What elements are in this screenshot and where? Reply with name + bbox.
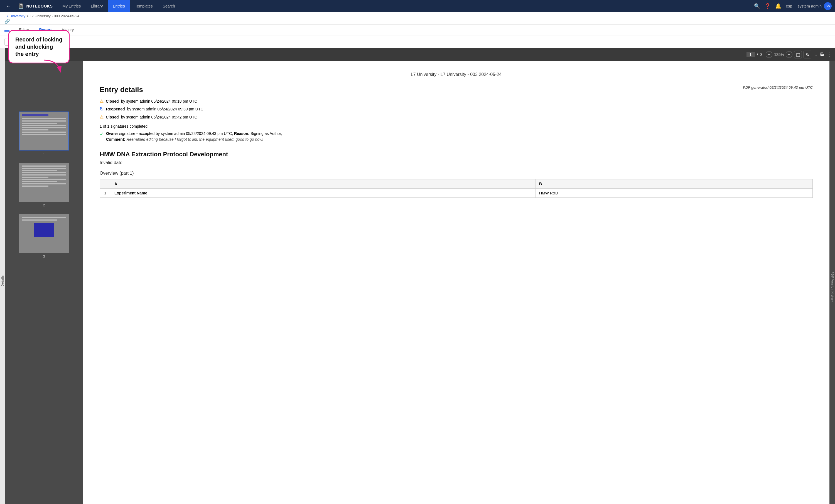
details-sidebar[interactable]: Details <box>0 48 5 504</box>
tabs-bar: Editor Report History <box>0 25 835 36</box>
details-label: Details <box>1 275 4 287</box>
pdf-download-button[interactable]: ↓ <box>815 51 817 58</box>
nav-templates[interactable]: Templates <box>130 0 158 12</box>
pdf-zoom-in[interactable]: + <box>786 51 792 58</box>
signature-check-icon: ✓ <box>100 131 104 137</box>
breadcrumb: L7 University > L7 University - 003 2024… <box>4 14 831 18</box>
callout-arrow-svg <box>41 61 63 72</box>
help-icon[interactable]: ❓ <box>765 3 771 9</box>
thumbnail-1-image <box>19 111 69 150</box>
user-separator: | <box>794 4 795 8</box>
pdf-content-area: Record of locking and unlocking the entr… <box>5 61 835 504</box>
thumbnail-1-num: 1 <box>43 152 45 156</box>
table-cell-num: 1 <box>100 189 111 198</box>
invalid-date-row: Invalid date <box>100 160 813 165</box>
invalid-date-label: Invalid date <box>100 160 122 165</box>
thumb-3-content <box>19 214 68 242</box>
main-area: Details ESP: Notebooks 1 / 3 − 125% + ◱ … <box>0 48 835 504</box>
thumbnail-page-2[interactable]: 2 <box>5 160 83 211</box>
protocol-title: HMW DNA Extraction Protocol Development <box>100 151 813 158</box>
nav-search[interactable]: Search <box>158 0 180 12</box>
table-row: 1 Experiment Name HMW R&D <box>100 189 813 198</box>
callout-arrow <box>41 61 63 74</box>
closed-2-label: Closed <box>106 115 119 119</box>
thumbnail-page-1[interactable]: 1 <box>5 108 83 160</box>
table-cell-b: HMW R&D <box>535 189 812 198</box>
closed-2-icon: ⚠ <box>100 114 104 120</box>
reason-text: Signing as Author <box>250 131 281 136</box>
callout-box: Record of locking and unlocking the entr… <box>8 61 69 63</box>
user-info: esp | system admin SA <box>786 2 832 10</box>
breadcrumb-current: L7 University - 003 2024-05-24 <box>30 14 80 18</box>
thumb-1-lines <box>19 112 68 138</box>
thumbnails-panel: Record of locking and unlocking the entr… <box>5 61 83 504</box>
thumb-3-blue-box <box>34 223 54 237</box>
pdf-title: ESP: Notebooks <box>18 52 743 57</box>
page-main-content: L7 University - L7 University - 003 2024… <box>83 61 830 504</box>
status-reopened: ↻ Reopened by system admin 05/24/2024 09… <box>100 106 813 112</box>
notebooks-icon: 📓 <box>18 3 24 9</box>
notifications-icon[interactable]: 🔔 <box>775 3 781 9</box>
signature-text: Owner signature - accepted by system adm… <box>106 131 282 142</box>
nav-my-entries[interactable]: My Entries <box>57 0 86 12</box>
thumbnail-page-3[interactable]: 3 <box>5 211 83 262</box>
pdf-history-sidebar[interactable]: PDF Version History <box>830 61 835 504</box>
status-closed-2: ⚠ Closed by system admin 05/24/2024 09:4… <box>100 114 813 120</box>
nav-entries[interactable]: Entries <box>108 0 130 12</box>
pdf-zoom-level: 125% <box>774 52 784 57</box>
table-col-num <box>100 180 111 189</box>
entry-details-section: Entry details PDF generated 05/24/2024 0… <box>100 85 813 142</box>
table-cell-a: Experiment Name <box>111 189 536 198</box>
signatures-section: 1 of 1 signatures completed: ✓ Owner sig… <box>100 124 813 142</box>
table-col-a: A <box>111 180 536 189</box>
thumb-2-lines <box>19 163 68 190</box>
nav-logo: 📓 NOTEBOOKS <box>13 0 57 12</box>
closed-2-detail: by system admin 05/24/2024 09:42 pm UTC <box>121 115 197 119</box>
overview-table: A B 1 Experiment Name HMW R&D <box>100 179 813 198</box>
user-avatar[interactable]: SA <box>824 2 832 10</box>
search-icon[interactable]: 🔍 <box>754 3 760 9</box>
status-closed-1: ⚠ Closed by system admin 05/24/2024 09:1… <box>100 99 813 104</box>
pdf-zoom-out[interactable]: − <box>766 51 772 58</box>
pdf-zoom-controls: − 125% + ◱ ↻ <box>766 50 811 58</box>
closed-1-icon: ⚠ <box>100 99 104 104</box>
reopened-label: Reopened <box>106 107 125 111</box>
breadcrumb-separator: > <box>26 14 29 18</box>
breadcrumb-link-icon[interactable]: 🔗 <box>4 19 831 24</box>
closed-1-detail: by system admin 05/24/2024 09:18 pm UTC <box>121 99 197 103</box>
sig-accepted: signature - accepted <box>119 131 155 136</box>
pdf-rotate[interactable]: ↻ <box>803 50 811 58</box>
pdf-toolbar: ESP: Notebooks 1 / 3 − 125% + ◱ ↻ ↓ 🖶 ⋮ <box>5 48 835 61</box>
pdf-fit-page[interactable]: ◱ <box>794 50 802 58</box>
reopened-detail: by system admin 05/24/2024 09:39 pm UTC <box>127 107 203 111</box>
pdf-page-nav: 1 / 3 <box>747 52 762 57</box>
pdf-page-input[interactable]: 1 <box>747 52 755 57</box>
entry-details-header: Entry details PDF generated 05/24/2024 0… <box>100 85 813 94</box>
pdf-action-buttons: ↓ 🖶 ⋮ <box>815 51 832 58</box>
invalid-date-line <box>126 163 813 163</box>
back-button[interactable]: ← <box>3 1 13 11</box>
reopened-icon: ↻ <box>100 106 104 112</box>
thumbnail-2-num: 2 <box>43 203 45 207</box>
thumbnail-3-image <box>19 214 69 253</box>
nav-items: My Entries Library Entries Templates Sea… <box>57 0 754 12</box>
comment-text: Reenabled editing because I forgot to li… <box>126 137 263 142</box>
pdf-history-label: PDF Version History <box>831 272 834 302</box>
table-col-b: B <box>535 180 812 189</box>
pdf-page-total: 3 <box>760 52 762 57</box>
thumbnail-2-image <box>19 163 69 202</box>
pdf-more-button[interactable]: ⋮ <box>827 51 832 58</box>
breadcrumb-root[interactable]: L7 University <box>4 14 25 18</box>
nav-library[interactable]: Library <box>86 0 108 12</box>
signatures-count: 1 of 1 signatures completed: <box>100 124 813 128</box>
reason-label: Reason: <box>234 131 249 136</box>
overview-label: Overview (part 1) <box>100 171 813 176</box>
breadcrumb-bar: L7 University > L7 University - 003 2024… <box>0 12 835 25</box>
closed-1-label: Closed <box>106 99 119 103</box>
nav-right: 🔍 ❓ 🔔 esp | system admin SA <box>754 2 832 10</box>
nav-logo-text: NOTEBOOKS <box>26 4 53 8</box>
owner-label: Owner <box>106 131 118 136</box>
pdf-print-button[interactable]: 🖶 <box>819 51 824 58</box>
thumbnail-3-num: 3 <box>43 254 45 258</box>
comment-label: Comment: <box>106 137 125 142</box>
